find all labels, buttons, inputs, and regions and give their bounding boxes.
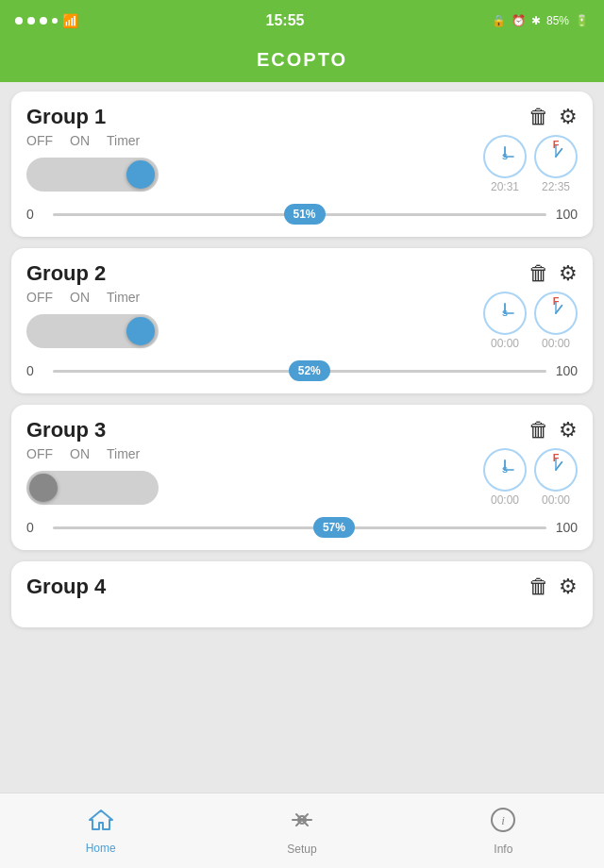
slider-thumb-2[interactable]: 52% bbox=[289, 360, 330, 381]
timer-area-1: S 20:31 F 22:35 bbox=[483, 135, 578, 193]
mode-row-3: OFF ON Timer bbox=[26, 446, 483, 461]
group-4-title: Group 4 bbox=[26, 575, 528, 599]
card-left-1: Group 1 OFF ON Timer bbox=[26, 105, 483, 203]
slider-row-2: 0 52% 100 bbox=[26, 363, 578, 378]
start-time-2: 00:00 bbox=[491, 337, 519, 350]
home-icon bbox=[88, 808, 114, 839]
slider-max-3: 100 bbox=[556, 520, 578, 535]
svg-text:i: i bbox=[502, 813, 506, 827]
timer-area-2: S 00:00 F 00:00 bbox=[483, 292, 578, 350]
setup-icon bbox=[289, 807, 315, 840]
app-title: ECOPTO bbox=[257, 49, 347, 70]
card-right-4: 🗑 ⚙ bbox=[528, 575, 578, 599]
tab-info[interactable]: i Info bbox=[403, 807, 604, 856]
slider-thumb-1[interactable]: 51% bbox=[284, 204, 326, 225]
group-3-title: Group 3 bbox=[26, 418, 483, 442]
card-icons-3: 🗑 ⚙ bbox=[528, 418, 578, 442]
card-icons-4: 🗑 ⚙ bbox=[528, 575, 578, 599]
toggle-knob-1 bbox=[126, 160, 155, 189]
toggle-container-2 bbox=[26, 314, 483, 348]
main-content: Group 1 OFF ON Timer 🗑 ⚙ bbox=[0, 82, 604, 810]
settings-button-1[interactable]: ⚙ bbox=[559, 105, 578, 129]
tab-info-label: Info bbox=[494, 843, 512, 856]
dot4 bbox=[52, 18, 58, 24]
dot3 bbox=[40, 17, 47, 25]
mode-timer-1[interactable]: Timer bbox=[107, 133, 140, 148]
start-time-3: 00:00 bbox=[491, 493, 519, 507]
bluetooth-icon: ✱ bbox=[531, 14, 541, 27]
end-clock-f-3: F bbox=[553, 452, 560, 463]
settings-button-3[interactable]: ⚙ bbox=[559, 418, 578, 442]
mode-row-1: OFF ON Timer bbox=[26, 133, 483, 148]
toggle-3[interactable] bbox=[26, 471, 159, 505]
start-clock-3[interactable]: S 00:00 bbox=[483, 448, 527, 507]
dot1 bbox=[15, 17, 23, 25]
mode-off-2[interactable]: OFF bbox=[26, 290, 53, 305]
info-icon: i bbox=[490, 807, 516, 840]
svg-line-6 bbox=[556, 306, 562, 313]
end-time-2: 00:00 bbox=[542, 337, 570, 350]
start-time-1: 20:31 bbox=[491, 180, 519, 193]
svg-line-2 bbox=[556, 149, 562, 157]
mode-timer-2[interactable]: Timer bbox=[107, 290, 140, 305]
slider-row-1: 0 51% 100 bbox=[26, 207, 578, 222]
tab-setup[interactable]: Setup bbox=[201, 807, 402, 856]
toggle-container-3 bbox=[26, 471, 483, 505]
slider-max-1: 100 bbox=[556, 207, 578, 222]
tab-home-label: Home bbox=[86, 842, 116, 855]
slider-track-2[interactable]: 52% bbox=[53, 370, 546, 373]
slider-max-2: 100 bbox=[556, 363, 578, 378]
trash-button-1[interactable]: 🗑 bbox=[528, 105, 549, 129]
end-time-3: 00:00 bbox=[542, 493, 570, 507]
mode-timer-3[interactable]: Timer bbox=[107, 446, 140, 461]
toggle-2[interactable] bbox=[26, 314, 159, 348]
battery-level: 85% bbox=[546, 14, 569, 27]
start-clock-face-2: S bbox=[483, 292, 527, 335]
card-icons-2: 🗑 ⚙ bbox=[528, 261, 578, 286]
slider-min-1: 0 bbox=[26, 207, 43, 222]
end-clock-1[interactable]: F 22:35 bbox=[534, 135, 578, 193]
trash-button-4[interactable]: 🗑 bbox=[528, 575, 549, 599]
slider-row-3: 0 57% 100 bbox=[26, 520, 578, 535]
svg-line-10 bbox=[556, 462, 562, 470]
slider-min-2: 0 bbox=[26, 363, 43, 378]
tab-bar: Home Setup i Info bbox=[0, 793, 604, 868]
status-bar: 📶 15:55 🔒 ⏰ ✱ 85% 🔋 bbox=[0, 0, 604, 42]
slider-thumb-3[interactable]: 57% bbox=[313, 517, 355, 538]
toggle-container-1 bbox=[26, 158, 483, 192]
settings-button-2[interactable]: ⚙ bbox=[559, 261, 578, 286]
toggle-1[interactable] bbox=[26, 158, 159, 192]
tab-home[interactable]: Home bbox=[0, 808, 201, 855]
dot2 bbox=[27, 17, 35, 25]
end-clock-f-2: F bbox=[553, 295, 560, 307]
mode-on-2[interactable]: ON bbox=[70, 290, 90, 305]
app-header: ECOPTO bbox=[0, 42, 604, 82]
group-card-4: Group 4 🗑 ⚙ bbox=[11, 561, 593, 627]
group-card-1: Group 1 OFF ON Timer 🗑 ⚙ bbox=[11, 92, 593, 237]
alarm-icon: ⏰ bbox=[512, 14, 526, 27]
mode-off-3[interactable]: OFF bbox=[26, 446, 53, 461]
trash-button-3[interactable]: 🗑 bbox=[528, 418, 549, 442]
wifi-icon: 📶 bbox=[62, 13, 78, 28]
tab-setup-label: Setup bbox=[287, 843, 316, 856]
mode-on-1[interactable]: ON bbox=[70, 133, 90, 148]
card-left-2: Group 2 OFF ON Timer bbox=[26, 261, 483, 359]
card-top-3: Group 3 OFF ON Timer 🗑 ⚙ bbox=[26, 418, 578, 516]
card-right-2: 🗑 ⚙ S 00:00 bbox=[483, 261, 578, 350]
group-1-title: Group 1 bbox=[26, 105, 483, 129]
settings-button-4[interactable]: ⚙ bbox=[559, 575, 578, 599]
start-clock-2[interactable]: S 00:00 bbox=[483, 292, 527, 350]
end-clock-3[interactable]: F 00:00 bbox=[534, 448, 578, 507]
group-card-3: Group 3 OFF ON Timer 🗑 ⚙ bbox=[11, 405, 593, 550]
slider-track-3[interactable]: 57% bbox=[53, 526, 546, 529]
trash-button-2[interactable]: 🗑 bbox=[528, 261, 549, 286]
card-right-3: 🗑 ⚙ S 00:00 bbox=[483, 418, 578, 507]
start-clock-face-3: S bbox=[483, 448, 527, 492]
start-clock-1[interactable]: S 20:31 bbox=[483, 135, 527, 193]
slider-track-1[interactable]: 51% bbox=[53, 213, 546, 216]
end-clock-2[interactable]: F 00:00 bbox=[534, 292, 578, 350]
card-left-3: Group 3 OFF ON Timer bbox=[26, 418, 483, 516]
mode-on-3[interactable]: ON bbox=[70, 446, 90, 461]
mode-off-1[interactable]: OFF bbox=[26, 133, 53, 148]
status-right: 🔒 ⏰ ✱ 85% 🔋 bbox=[492, 14, 589, 27]
